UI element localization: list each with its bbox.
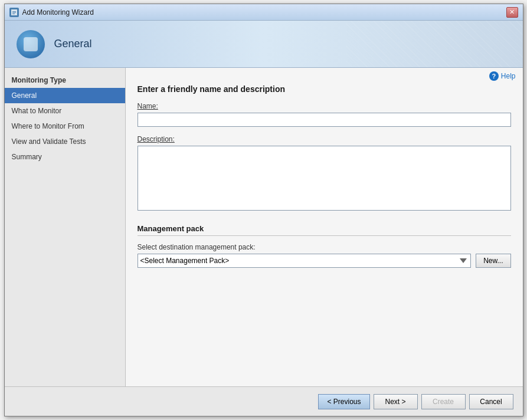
description-input[interactable] [138, 146, 511, 211]
sidebar-item-monitoring-type[interactable]: Monitoring Type [5, 73, 125, 88]
sidebar-item-what-to-monitor[interactable]: What to Monitor [5, 103, 125, 119]
name-field-group: Name: [138, 102, 511, 127]
sidebar-item-summary[interactable]: Summary [5, 149, 125, 165]
help-label: Help [501, 72, 516, 80]
select-pack-group: Select destination management pack: <Sel… [138, 243, 511, 268]
wizard-header: General [5, 21, 523, 68]
next-button[interactable]: Next > [374, 394, 418, 409]
svg-rect-1 [12, 11, 16, 12]
management-pack-select[interactable]: <Select Management Pack> [138, 254, 472, 268]
help-bar: ? Help [126, 68, 523, 84]
form-section-title: Enter a friendly name and description [138, 84, 511, 94]
form-area: Enter a friendly name and description Na… [126, 84, 523, 386]
wizard-window: Add Monitoring Wizard ✕ General Monitori… [4, 4, 523, 416]
header-icon-inner [24, 37, 38, 51]
description-field-group: Description: [138, 135, 511, 212]
window-title: Add Monitoring Wizard [22, 8, 506, 17]
name-label: Name: [138, 102, 511, 110]
previous-button[interactable]: < Previous [318, 394, 369, 409]
sidebar-item-view-validate[interactable]: View and Validate Tests [5, 134, 125, 149]
sidebar: Monitoring Type General What to Monitor … [5, 68, 126, 386]
content-area: ? Help Enter a friendly name and descrip… [126, 68, 523, 386]
title-bar: Add Monitoring Wizard ✕ [5, 4, 523, 21]
new-pack-button[interactable]: New... [476, 254, 510, 268]
cancel-button[interactable]: Cancel [469, 394, 513, 409]
help-icon: ? [489, 71, 499, 81]
header-icon [17, 30, 45, 58]
header-title: General [54, 38, 92, 50]
select-row: <Select Management Pack> New... [138, 254, 511, 268]
close-button[interactable]: ✕ [506, 7, 518, 18]
management-pack-section: Management pack Select destination manag… [138, 224, 511, 268]
sidebar-item-general[interactable]: General [5, 88, 125, 103]
help-link[interactable]: ? Help [489, 71, 516, 81]
description-label: Description: [138, 135, 511, 143]
sidebar-item-where-to-monitor[interactable]: Where to Monitor From [5, 119, 125, 134]
management-pack-title: Management pack [138, 224, 511, 236]
name-input[interactable] [138, 113, 511, 127]
svg-rect-3 [12, 14, 15, 14]
select-pack-label: Select destination management pack: [138, 243, 511, 251]
svg-rect-2 [12, 12, 16, 13]
footer: < Previous Next > Create Cancel [5, 386, 523, 416]
window-icon [9, 8, 19, 17]
main-content: Monitoring Type General What to Monitor … [5, 68, 523, 386]
create-button[interactable]: Create [421, 394, 466, 409]
